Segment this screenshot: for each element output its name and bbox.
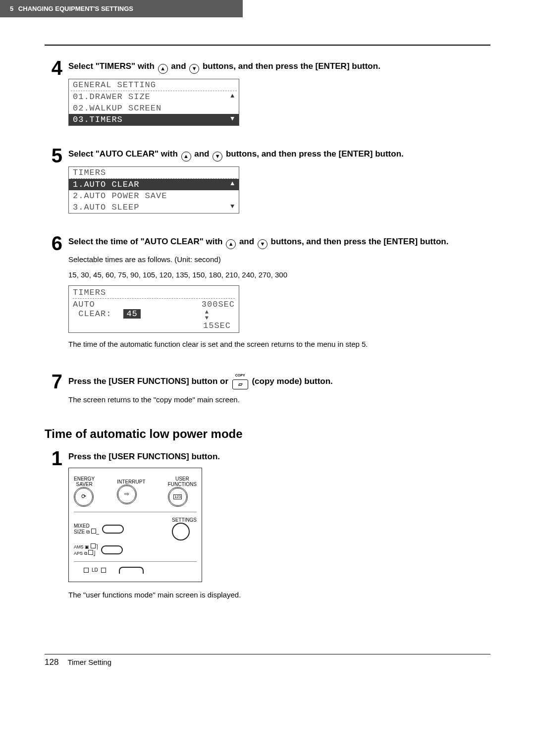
scroll-down-icon: ▼ <box>230 115 235 124</box>
mixed-size-button-icon <box>102 525 124 534</box>
chapter-title: CHANGING EQUIPMENT'S SETTINGS <box>18 5 133 12</box>
energy-saver-label: ENERGY SAVER <box>74 476 95 487</box>
lcd-row: 02.WALKUP SCREEN <box>69 103 239 114</box>
lcd-row-selected: 1.AUTO CLEAR▲ <box>69 179 239 190</box>
ld-label: LD <box>92 567 98 573</box>
chapter-number: 5 <box>10 5 13 12</box>
lcd-title: TIMERS <box>69 167 239 178</box>
lcd-row-selected: 03.TIMERS▼ <box>69 114 239 125</box>
step-7: 7 Press the [USER FUNCTIONS] button or C… <box>45 372 490 410</box>
scroll-up-icon: ▲ <box>230 180 235 189</box>
step-title: Press the [USER FUNCTIONS] button. <box>68 450 490 463</box>
up-down-icon: ▲▼ <box>205 309 209 321</box>
step-desc: The screen returns to the "copy mode" ma… <box>68 394 490 406</box>
user-functions-label: USER FUNCTIONS <box>168 476 197 487</box>
lcd-screen-general-setting: GENERAL SETTING 01.DRAWER SIZE▲ 02.WALKU… <box>68 79 239 126</box>
mixed-size-label: MIXED SIZE <box>74 523 90 535</box>
up-arrow-icon: ▲ <box>226 239 236 249</box>
lcd-row: 01.DRAWER SIZE▲ <box>69 91 239 103</box>
ams-label: AMS <box>74 544 84 549</box>
down-arrow-icon: ▼ <box>213 152 222 162</box>
step-number: 1 <box>45 448 68 605</box>
up-arrow-icon: ▲ <box>158 64 168 74</box>
step-number: 4 <box>45 58 68 128</box>
lcd-row: 2.AUTO POWER SAVE <box>69 190 239 202</box>
footer-section: Timer Setting <box>67 658 111 666</box>
section-heading: Time of automatic low power mode <box>45 427 490 441</box>
step-desc: 15, 30, 45, 60, 75, 90, 105, 120, 135, 1… <box>68 270 490 281</box>
up-arrow-icon: ▲ <box>181 152 191 162</box>
aps-label: APS <box>74 551 83 556</box>
page-content: 4 Select "TIMERS" with ▲ and ▼ buttons, … <box>0 45 535 637</box>
step-6: 6 Select the time of "AUTO CLEAR" with ▲… <box>45 233 490 354</box>
partial-button-icon <box>119 567 144 574</box>
step-desc: The "user functions mode" main screen is… <box>68 590 490 601</box>
interrupt-button-icon: ⇨ <box>117 485 137 504</box>
page-footer: 128 Timer Setting <box>45 654 490 667</box>
control-panel-illustration: ENERGY SAVER ⟳ INTERRUPT ⇨ USER FUNCTION… <box>68 468 202 582</box>
step-5: 5 Select "AUTO CLEAR" with ▲ and ▼ butto… <box>45 146 490 216</box>
step-desc: Selectable times are as follows. (Unit: … <box>68 254 490 266</box>
lower-limit: 15SEC <box>203 321 231 330</box>
step-note: The time of the automatic function clear… <box>68 339 490 350</box>
step-4: 4 Select "TIMERS" with ▲ and ▼ buttons, … <box>45 58 490 128</box>
energy-saver-button-icon: ⟳ <box>74 487 94 507</box>
lcd-title: GENERAL SETTING <box>69 79 239 91</box>
down-arrow-icon: ▼ <box>189 64 199 74</box>
ams-aps-button-icon <box>101 545 123 554</box>
step-number: 6 <box>45 233 68 354</box>
page-number: 128 <box>45 657 58 667</box>
lcd-screen-auto-clear: TIMERS AUTO 300SEC CLEAR: 45 ▲▼ 15SEC <box>68 285 239 333</box>
step-number: 7 <box>45 372 68 410</box>
step-title: Select the time of "AUTO CLEAR" with ▲ a… <box>68 235 490 249</box>
scroll-down-icon: ▼ <box>230 203 235 212</box>
step-title: Press the [USER FUNCTIONS] button or COP… <box>68 374 490 390</box>
user-functions-button-icon: 123 <box>168 487 188 507</box>
lcd-title: TIMERS <box>73 288 235 297</box>
scroll-up-icon: ▲ <box>230 92 235 102</box>
step-number: 5 <box>45 146 68 216</box>
step-title: Select "TIMERS" with ▲ and ▼ buttons, an… <box>68 60 490 74</box>
upper-limit: 300SEC <box>202 300 235 309</box>
down-arrow-icon: ▼ <box>258 239 268 249</box>
settings-label: SETTINGS <box>172 517 197 523</box>
interrupt-label: INTERRUPT <box>117 479 145 485</box>
settings-button-icon <box>172 523 190 540</box>
step-title: Select "AUTO CLEAR" with ▲ and ▼ buttons… <box>68 148 490 162</box>
step-low-power-1: 1 Press the [USER FUNCTIONS] button. ENE… <box>45 448 490 605</box>
lcd-row: 3.AUTO SLEEP▼ <box>69 202 239 213</box>
chapter-header: 5 CHANGING EQUIPMENT'S SETTINGS <box>0 0 243 17</box>
lcd-screen-timers: TIMERS 1.AUTO CLEAR▲ 2.AUTO POWER SAVE 3… <box>68 166 239 214</box>
top-divider <box>45 45 490 46</box>
copy-mode-button-icon: COPY▱ <box>232 374 248 390</box>
auto-clear-value: 45 <box>123 309 140 319</box>
